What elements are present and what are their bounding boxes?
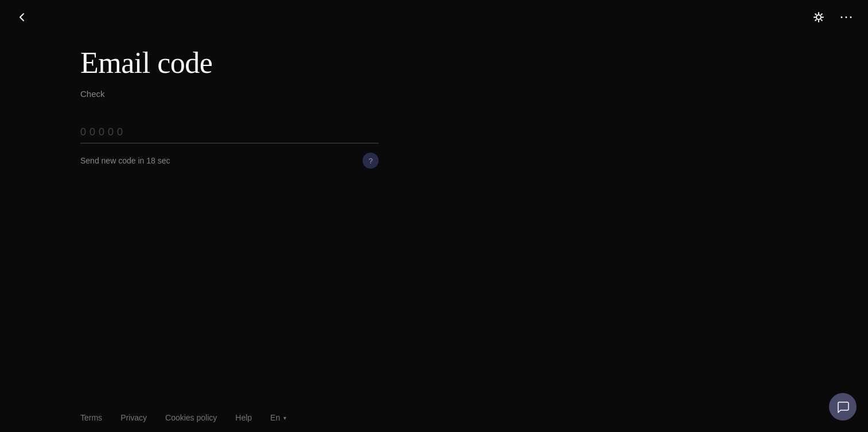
code-input-section bbox=[80, 122, 379, 143]
svg-line-7 bbox=[815, 20, 816, 20]
help-button[interactable]: ? bbox=[363, 153, 379, 169]
svg-line-5 bbox=[815, 14, 816, 14]
help-question-mark: ? bbox=[368, 157, 372, 165]
code-input[interactable] bbox=[80, 122, 379, 143]
language-selector[interactable]: En ▾ bbox=[270, 413, 286, 422]
main-content: Email code Check Send new code in 18 sec… bbox=[80, 46, 788, 169]
theme-toggle-button[interactable] bbox=[811, 9, 827, 25]
privacy-link[interactable]: Privacy bbox=[120, 413, 147, 422]
resend-timer-text: Send new code in 18 sec bbox=[80, 156, 170, 165]
cookies-policy-link[interactable]: Cookies policy bbox=[165, 413, 217, 422]
back-arrow-icon bbox=[16, 11, 28, 23]
chevron-down-icon: ▾ bbox=[283, 415, 286, 421]
chat-widget-button[interactable] bbox=[829, 393, 857, 421]
arrow-left-icon bbox=[16, 11, 28, 23]
header-actions bbox=[811, 9, 854, 25]
svg-line-8 bbox=[821, 14, 822, 14]
svg-point-10 bbox=[846, 17, 847, 18]
page-subtitle: Check bbox=[80, 89, 788, 99]
page-title: Email code bbox=[80, 46, 788, 80]
header bbox=[0, 0, 868, 34]
resend-row: Send new code in 18 sec ? bbox=[80, 153, 379, 169]
chat-icon bbox=[836, 400, 849, 413]
svg-point-0 bbox=[816, 15, 821, 20]
back-button[interactable] bbox=[14, 9, 30, 25]
sun-icon bbox=[813, 11, 824, 23]
more-options-button[interactable] bbox=[838, 13, 854, 21]
more-dots-icon bbox=[840, 15, 852, 19]
footer: Terms Privacy Cookies policy Help En ▾ bbox=[0, 403, 868, 432]
svg-point-11 bbox=[850, 17, 852, 18]
svg-point-9 bbox=[841, 17, 843, 18]
language-label: En bbox=[270, 413, 280, 422]
terms-link[interactable]: Terms bbox=[80, 413, 102, 422]
svg-line-6 bbox=[821, 20, 822, 20]
help-link[interactable]: Help bbox=[235, 413, 252, 422]
